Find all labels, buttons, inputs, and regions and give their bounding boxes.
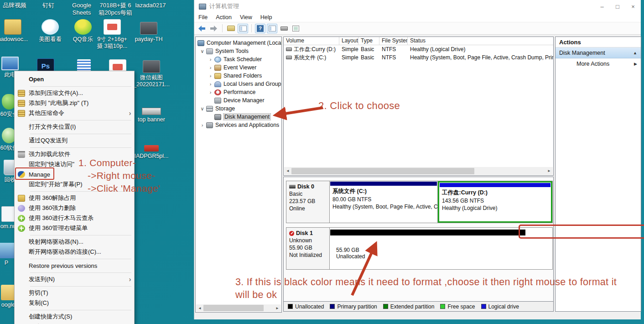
chevron-icon[interactable]: ›	[207, 57, 214, 62]
more-actions-item[interactable]: More Actions ▶	[556, 58, 641, 69]
tree-horizontal-scrollbar[interactable]: ◄ ►	[196, 304, 281, 312]
context-menu-item[interactable]: 断开网络驱动器的连接(C)...	[15, 247, 134, 257]
partition-d[interactable]: 工作盘:Curry (D:) 143.56 GB NTFS Healthy (L…	[438, 181, 552, 223]
up-folder-icon[interactable]	[226, 24, 236, 33]
column-header[interactable]: File System	[379, 37, 408, 45]
tree-item[interactable]: › Task Scheduler	[196, 55, 281, 63]
tree-item[interactable]: › Performance	[196, 88, 281, 96]
desktop-icon[interactable]: 微信截图 _202202171...	[135, 60, 168, 88]
properties-icon[interactable]	[291, 24, 301, 33]
context-menu-item[interactable]	[30, 235, 131, 235]
volume-row[interactable]: 工作盘:Curry (D:) Simple Basic NTFS Healthy…	[284, 45, 553, 53]
desktop-icon[interactable]: hadowsoc...	[0, 19, 29, 43]
help-icon[interactable]: ?	[255, 24, 265, 33]
scroll-left-icon[interactable]: ◄	[284, 167, 291, 175]
disk-1-header[interactable]: Disk 1 Unknown 55.90 GB Not Initialized	[286, 228, 330, 269]
desktop-icon[interactable]: QQ音乐	[67, 19, 99, 43]
column-header[interactable]: Layout	[339, 37, 358, 45]
disk-0-header[interactable]: Disk 0 Basic 223.57 GB Online	[286, 181, 330, 223]
tree-item[interactable]: Computer Management (Local	[196, 39, 281, 47]
context-menu-item[interactable]	[30, 147, 131, 148]
context-menu-item[interactable]: 使用 360强力删除	[15, 203, 134, 213]
context-menu-item[interactable]: 创建快捷方式(S)	[15, 312, 134, 322]
context-menu-item[interactable]	[30, 259, 131, 259]
partition-c[interactable]: 系统文件 (C:) 80.00 GB NTFS Healthy (System,…	[330, 181, 438, 223]
context-menu-item[interactable]: 映射网络驱动器(N)...	[15, 237, 134, 247]
context-menu-item[interactable]: 删除(D)	[15, 322, 134, 324]
chevron-icon[interactable]: ›	[207, 89, 214, 95]
context-menu-item[interactable]: 使用 360管理右键菜单	[15, 223, 134, 233]
tree-item[interactable]: › Event Viewer	[196, 63, 281, 72]
context-menu-item[interactable]: 添加到 "此电脑.zip" (T)	[15, 98, 134, 108]
forward-icon[interactable]	[208, 24, 219, 33]
scroll-right-icon[interactable]: ►	[274, 304, 281, 312]
context-menu-item[interactable]: 发送到(N) ›	[15, 274, 134, 284]
context-menu-item[interactable]: 复制(C)	[15, 298, 134, 308]
title-bar: 计算机管理 – □ ×	[194, 0, 641, 13]
desktop-icon[interactable]: payday-TH	[132, 22, 165, 43]
context-menu-item[interactable]: 剪切(T)	[15, 288, 134, 298]
context-menu-item[interactable]	[30, 286, 131, 287]
desktop-icon-label[interactable]: lazada0217	[133, 2, 168, 9]
column-header[interactable]: Volume	[284, 37, 339, 45]
tree-item[interactable]: ∨ System Tools	[196, 47, 281, 55]
actions-group-label: Disk Management	[559, 50, 633, 56]
volume-horizontal-scrollbar[interactable]: ◄ ►	[284, 167, 553, 175]
context-menu-item[interactable]	[30, 86, 131, 87]
context-menu-item[interactable]: 通过QQ发送到	[15, 136, 134, 146]
context-menu-item[interactable]: 其他压缩命令 ›	[15, 108, 134, 118]
minimize-button[interactable]: –	[594, 0, 610, 13]
chevron-icon[interactable]: ›	[207, 81, 214, 87]
tree-item[interactable]: › Services and Applications	[196, 121, 281, 129]
partition-size: 143.56 GB NTFS	[442, 198, 548, 204]
desktop-icon-label[interactable]: 钉钉	[38, 2, 58, 9]
desktop-icon[interactable]: 美图看看	[34, 19, 67, 43]
chevron-icon[interactable]: ∨	[198, 106, 206, 112]
context-menu-item[interactable]: 打开文件夹位置(I)	[15, 122, 134, 132]
scroll-right-icon[interactable]: ►	[545, 167, 553, 175]
scroll-left-icon[interactable]: ◄	[196, 304, 203, 312]
export-list-icon[interactable]	[279, 24, 289, 33]
desktop-icon[interactable]: IADPGR5pl...	[135, 145, 168, 160]
unallocated-size: 55.90 GB	[336, 247, 365, 253]
close-button[interactable]: ×	[625, 0, 641, 13]
tree-item[interactable]: › Local Users and Groups	[196, 80, 281, 88]
tree-item[interactable]: Disk Management	[196, 113, 281, 121]
desktop-icon-label[interactable]: 品牌视频	[0, 2, 29, 9]
volume-row[interactable]: 系统文件 (C:) Simple Basic NTFS Healthy (Sys…	[284, 53, 553, 62]
desktop-icon[interactable]: top banner	[135, 108, 168, 123]
tree-item[interactable]: ∨ Storage	[196, 105, 281, 113]
desktop-icon-label: 9寸 2+16g+ 摄 3箱10p...	[97, 36, 128, 50]
desktop-icon-label[interactable]: 7018B+摄 6 箱20pcs每箱	[94, 2, 137, 17]
context-menu-item[interactable]: 使用 360解除占用	[15, 193, 134, 203]
actions-group-disk-management[interactable]: Disk Management ▲	[556, 47, 641, 58]
context-menu-item[interactable]: Restore previous versions	[15, 261, 134, 271]
context-menu-item[interactable]: 使用 360进行木马云查杀	[15, 213, 134, 223]
chevron-icon[interactable]: ›	[207, 65, 214, 70]
context-menu-item[interactable]: 添加到压缩文件(A)...	[15, 88, 134, 98]
context-menu-item[interactable]	[30, 120, 131, 120]
column-header[interactable]: Status	[408, 37, 553, 45]
plus-icon	[18, 225, 25, 232]
console-tree-icon[interactable]	[238, 24, 248, 33]
back-icon[interactable]	[197, 24, 207, 33]
menu-item[interactable]: View	[236, 14, 256, 21]
desktop-icon-label[interactable]: Google Sheets	[67, 2, 97, 17]
context-menu-item[interactable]	[30, 272, 131, 273]
context-menu-item[interactable]: Open	[15, 73, 134, 84]
tree-item[interactable]: › Shared Folders	[196, 72, 281, 80]
column-header[interactable]: Type	[358, 37, 379, 45]
chevron-icon[interactable]: ›	[207, 73, 214, 78]
maximize-button[interactable]: □	[610, 0, 625, 13]
tree-item[interactable]: Device Manager	[196, 96, 281, 105]
chevron-icon[interactable]: ∨	[198, 48, 206, 54]
desktop-icon[interactable]: 9寸 2+16g+ 摄 3箱10p...	[96, 19, 129, 50]
chevron-icon[interactable]: ›	[198, 122, 206, 128]
menu-item[interactable]: Action	[212, 14, 236, 21]
context-menu-item[interactable]	[30, 134, 131, 134]
menu-item[interactable]: Help	[256, 14, 276, 21]
context-menu-item[interactable]	[30, 310, 131, 310]
menu-item[interactable]: File	[194, 14, 212, 21]
show-console-icon[interactable]	[267, 24, 277, 33]
collapse-icon[interactable]: ▲	[633, 51, 637, 55]
